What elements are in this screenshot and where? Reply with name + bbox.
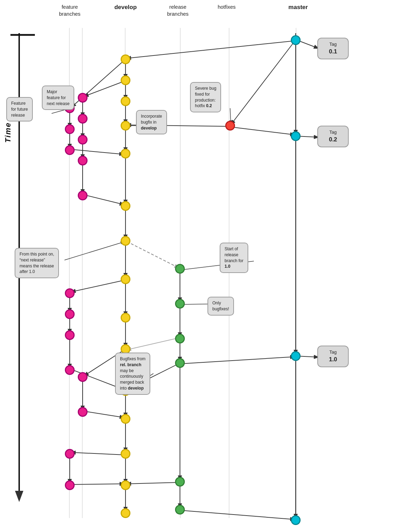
develop-node-2 — [121, 75, 130, 85]
master-node-1 — [291, 35, 301, 45]
svg-line-51 — [181, 357, 294, 364]
release-node-3 — [175, 334, 185, 343]
feature4-node-2 — [78, 407, 88, 417]
develop-node-14 — [121, 480, 130, 490]
feature2-node-2 — [78, 114, 88, 124]
release-node-5 — [175, 477, 185, 487]
incorporate-bugfix-callout: Incorporatebugfix indevelop — [136, 110, 167, 134]
svg-line-33 — [71, 280, 124, 292]
tag-10-box: Tag1.0 — [317, 346, 349, 367]
develop-node-1 — [121, 54, 130, 64]
svg-line-29 — [84, 195, 124, 205]
develop-header: develop — [112, 3, 139, 11]
feature2-node-3 — [78, 135, 88, 145]
master-column-line — [296, 28, 296, 518]
release-node-2 — [175, 299, 185, 309]
master-node-2 — [291, 131, 301, 141]
start-release-callout: Start ofreleasebranch for1.0 — [220, 243, 248, 273]
feature2-node-1 — [78, 93, 88, 103]
bugfixes-merged-callout: Bugfixes fromrel. branchmay becontinuous… — [115, 353, 150, 395]
release-header: releasebranches — [162, 3, 194, 17]
feature2-node-5 — [78, 191, 88, 200]
develop-node-7 — [121, 236, 130, 246]
develop-node-13 — [121, 449, 130, 459]
svg-line-55 — [127, 41, 294, 58]
tag-01-number: 0.1 — [322, 47, 344, 56]
feature4-node-1 — [78, 372, 88, 382]
svg-line-52 — [231, 41, 295, 124]
time-label: Time — [3, 122, 13, 143]
tag-02-number: 0.2 — [322, 135, 344, 144]
develop-node-15 — [121, 508, 130, 518]
next-release-callout: From this point on,“next release”means t… — [15, 248, 59, 278]
feature3-node-3 — [65, 330, 75, 340]
diagram-svg — [0, 0, 401, 532]
develop-node-12 — [121, 414, 130, 424]
develop-node-5 — [121, 149, 130, 158]
feature-header: featurebranches — [54, 3, 85, 17]
feature3-node-1 — [65, 288, 75, 298]
svg-line-53 — [232, 127, 294, 135]
svg-line-48 — [127, 338, 179, 350]
develop-node-9 — [121, 313, 130, 323]
only-bugfixes-callout: Onlybugfixes! — [207, 297, 234, 316]
feature-future-callout: Featurefor futurerelease — [6, 97, 33, 121]
svg-line-40 — [71, 484, 124, 485]
svg-line-50 — [181, 510, 294, 519]
svg-line-49 — [127, 482, 179, 484]
develop-node-3 — [121, 96, 130, 106]
feature5-node-1 — [65, 449, 75, 459]
master-node-4 — [291, 515, 301, 525]
svg-line-37 — [84, 411, 124, 418]
tag-01-box: Tag0.1 — [317, 38, 349, 59]
svg-line-39 — [71, 452, 124, 455]
severe-bug-callout: Severe bugfixed forproduction:hotfix 0.2 — [190, 82, 221, 112]
feature1-node-2 — [65, 124, 75, 134]
svg-line-64 — [65, 242, 124, 260]
release-node-1 — [175, 264, 185, 274]
feature1-node-3 — [65, 145, 75, 155]
tag-02-box: Tag0.2 — [317, 126, 349, 147]
svg-line-46 — [127, 242, 179, 268]
feature2-node-4 — [78, 156, 88, 165]
feature5-node-2 — [65, 480, 75, 490]
master-header: master — [284, 3, 312, 11]
release-node-6 — [175, 505, 185, 515]
develop-node-8 — [121, 274, 130, 284]
major-feature-callout: Majorfeature fornext release — [42, 86, 74, 110]
svg-line-28 — [84, 81, 124, 96]
feature3-node-4 — [65, 365, 75, 375]
tag-10-number: 1.0 — [322, 355, 344, 364]
hotfix-node-1 — [225, 121, 235, 131]
feature3-node-2 — [65, 309, 75, 319]
svg-line-23 — [71, 149, 123, 154]
release-node-4 — [175, 358, 185, 368]
master-node-3 — [291, 351, 301, 361]
develop-node-4 — [121, 121, 130, 131]
hotfixes-header: hotfixes — [213, 3, 241, 10]
develop-node-6 — [121, 201, 130, 211]
